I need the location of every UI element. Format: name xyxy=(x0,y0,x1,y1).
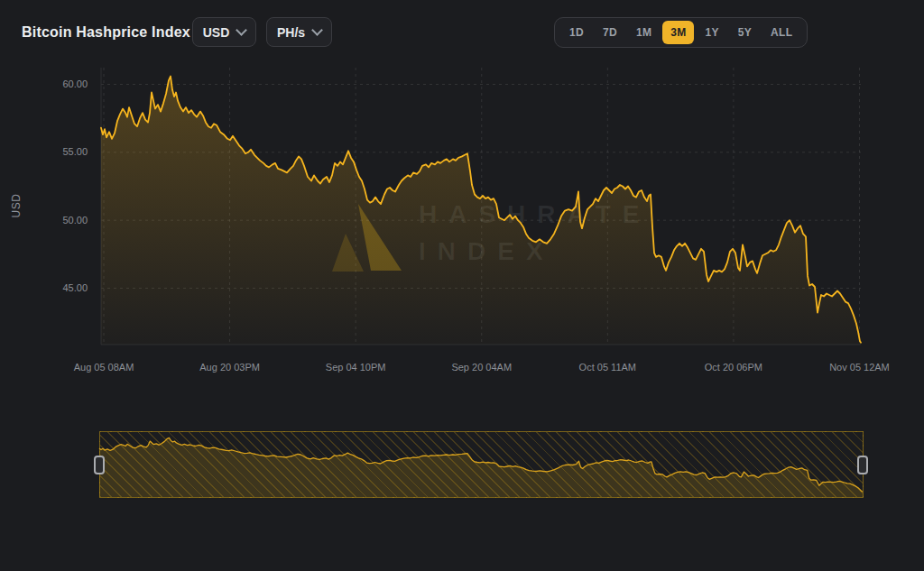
navigator-left-handle[interactable] xyxy=(94,456,105,474)
hashprice-chart-page: Bitcoin Hashprice Index USD PH/s 1D7D1M3… xyxy=(0,0,924,571)
navigator-area-fill xyxy=(99,437,864,497)
navigator-series xyxy=(99,437,864,497)
hashprice-line-chart[interactable] xyxy=(0,0,924,571)
navigator-right-handle[interactable] xyxy=(857,456,868,474)
main-area-fill xyxy=(101,77,861,345)
